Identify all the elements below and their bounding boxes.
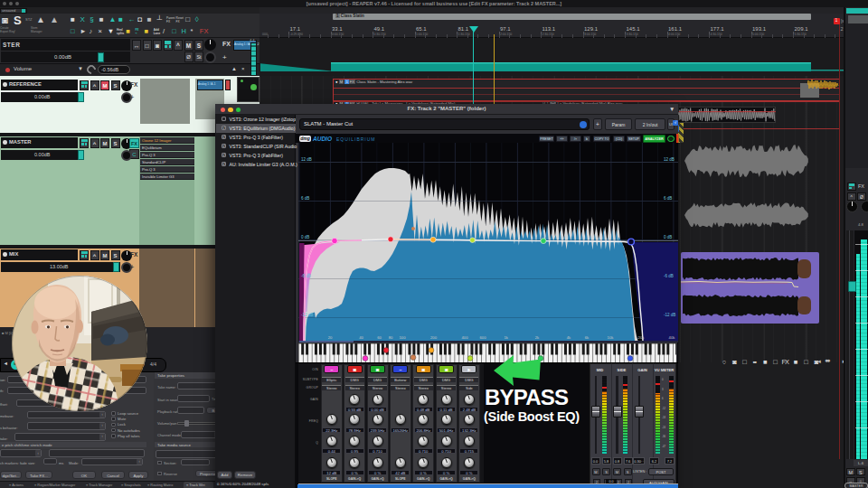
svg-text:60: 60 [377, 335, 382, 340]
svg-text:10k: 10k [608, 335, 615, 340]
svg-text:400: 400 [462, 335, 469, 340]
svg-text:20k: 20k [638, 335, 646, 340]
svg-text:-12 dB: -12 dB [664, 313, 675, 317]
svg-text:12 dB: 12 dB [301, 157, 312, 162]
svg-text:80: 80 [389, 335, 393, 340]
svg-text:100: 100 [400, 335, 407, 340]
svg-text:0 dB: 0 dB [664, 235, 672, 239]
svg-text:200: 200 [430, 335, 438, 340]
svg-text:-6 dB: -6 dB [664, 274, 674, 278]
svg-text:-6 dB: -6 dB [301, 274, 311, 278]
svg-text:600: 600 [480, 335, 487, 340]
svg-text:0 dB: 0 dB [301, 235, 309, 239]
svg-text:40: 40 [359, 335, 363, 340]
svg-text:40k: 40k [669, 335, 676, 340]
svg-text:-12 dB: -12 dB [301, 313, 313, 317]
svg-text:6 dB: 6 dB [664, 196, 672, 201]
svg-text:20: 20 [328, 335, 333, 340]
svg-text:12 dB: 12 dB [664, 157, 675, 162]
svg-text:6 dB: 6 dB [301, 196, 309, 201]
